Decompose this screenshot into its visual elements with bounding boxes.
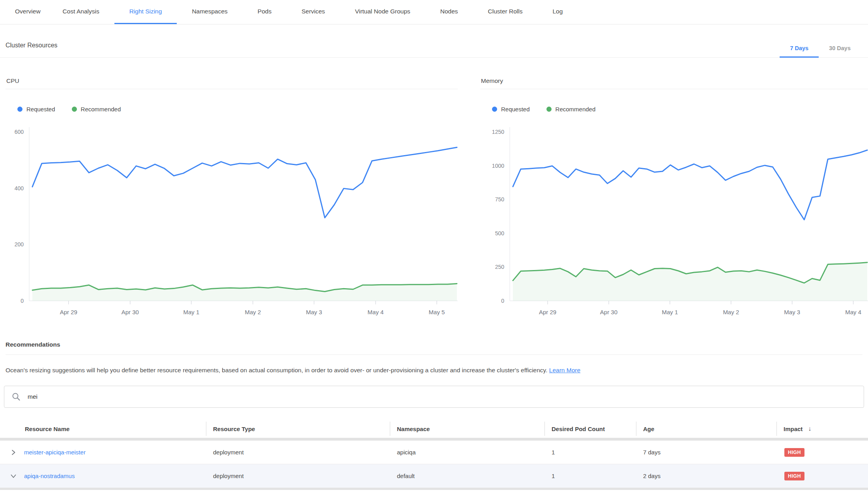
impact-cell: HIGH bbox=[776, 448, 868, 457]
table-header-divider bbox=[0, 438, 868, 441]
range-tab-30-days[interactable]: 30 Days bbox=[819, 45, 861, 58]
tab-pods[interactable]: Pods bbox=[243, 0, 286, 24]
recommended-legend-dot-icon bbox=[72, 107, 77, 112]
tab-services[interactable]: Services bbox=[286, 0, 340, 24]
table-body: meister-apiciqa-meisterdeploymentapiciqa… bbox=[0, 441, 868, 488]
age-cell: 2 days bbox=[636, 473, 776, 479]
column-header-namespace[interactable]: Namespace bbox=[390, 420, 544, 438]
table-row: meister-apiciqa-meisterdeploymentapiciqa… bbox=[0, 441, 868, 464]
learn-more-link[interactable]: Learn More bbox=[549, 367, 580, 373]
column-header-resource-name[interactable]: Resource Name bbox=[0, 420, 206, 438]
svg-text:May 1: May 1 bbox=[662, 309, 678, 315]
resource-name-link[interactable]: apiqa-nostradamus bbox=[24, 473, 75, 479]
recommendations-table: Resource NameResource TypeNamespaceDesir… bbox=[0, 420, 868, 490]
svg-text:May 1: May 1 bbox=[183, 309, 199, 315]
impact-badge: HIGH bbox=[784, 448, 804, 457]
requested-legend-dot-icon bbox=[492, 107, 497, 112]
tab-namespaces[interactable]: Namespaces bbox=[177, 0, 242, 24]
recommendations-description: Ocean's resizing suggestions will help y… bbox=[6, 367, 862, 374]
chevron-down-icon[interactable] bbox=[9, 472, 17, 480]
svg-text:250: 250 bbox=[495, 264, 505, 270]
memory-chart: 125010007505002500Apr 29Apr 30May 1May 2… bbox=[480, 123, 868, 321]
column-header-impact[interactable]: Impact↓ bbox=[776, 420, 868, 438]
range-toggle: 7 Days30 Days bbox=[780, 45, 861, 57]
legend-item-recommended: Recommended bbox=[546, 106, 596, 113]
svg-text:May 4: May 4 bbox=[845, 309, 861, 315]
memory-chart-legend: RequestedRecommended bbox=[492, 105, 868, 113]
resource-type-cell: deployment bbox=[206, 449, 390, 456]
memory-chart-title: Memory bbox=[480, 58, 868, 89]
tab-bar: OverviewCost AnalysisRight SizingNamespa… bbox=[0, 0, 868, 24]
legend-item-recommended: Recommended bbox=[72, 106, 121, 113]
table-row: apiqa-nostradamusdeploymentdefault12 day… bbox=[0, 464, 868, 488]
svg-text:May 3: May 3 bbox=[306, 309, 322, 315]
tab-cost-analysis[interactable]: Cost Analysis bbox=[52, 0, 114, 24]
svg-text:200: 200 bbox=[15, 241, 24, 248]
svg-text:May 3: May 3 bbox=[784, 309, 800, 315]
requested-legend-dot-icon bbox=[17, 107, 22, 112]
series-requested-line bbox=[32, 147, 457, 218]
svg-text:500: 500 bbox=[495, 230, 505, 236]
resource-name-link[interactable]: meister-apiciqa-meister bbox=[24, 449, 86, 456]
section-title: Cluster Resources bbox=[6, 24, 58, 57]
recommendations-title: Recommendations bbox=[6, 341, 862, 355]
column-label: Age bbox=[643, 426, 654, 432]
column-header-age[interactable]: Age bbox=[636, 420, 776, 438]
tab-right-sizing[interactable]: Right Sizing bbox=[114, 0, 177, 24]
column-header-desired-pod-count[interactable]: Desired Pod Count bbox=[544, 420, 636, 438]
desired-pod-count-cell: 1 bbox=[544, 473, 636, 479]
column-label: Desired Pod Count bbox=[552, 426, 605, 432]
impact-cell: HIGH bbox=[776, 472, 868, 480]
table-bottom-divider bbox=[0, 488, 868, 490]
age-cell: 7 days bbox=[636, 449, 776, 456]
svg-text:Apr 30: Apr 30 bbox=[600, 309, 617, 315]
svg-text:0: 0 bbox=[21, 298, 24, 304]
svg-text:600: 600 bbox=[15, 129, 24, 135]
svg-text:750: 750 bbox=[495, 196, 505, 203]
resource-name-cell: meister-apiciqa-meister bbox=[0, 448, 206, 456]
legend-label: Recommended bbox=[556, 106, 596, 113]
svg-text:Apr 30: Apr 30 bbox=[122, 309, 139, 315]
column-label: Impact bbox=[784, 426, 803, 432]
svg-text:400: 400 bbox=[15, 185, 24, 191]
legend-label: Recommended bbox=[81, 106, 121, 113]
tab-cluster-rolls[interactable]: Cluster Rolls bbox=[473, 0, 538, 24]
resource-type-cell: deployment bbox=[206, 473, 390, 479]
cpu-chart-panel: CPU RequestedRecommended 6004002000Apr 2… bbox=[6, 58, 458, 321]
column-label: Namespace bbox=[397, 426, 430, 432]
cpu-chart-title: CPU bbox=[6, 58, 458, 89]
charts-row: CPU RequestedRecommended 6004002000Apr 2… bbox=[0, 58, 868, 321]
sort-desc-icon[interactable]: ↓ bbox=[808, 425, 811, 432]
cpu-chart: 6004002000Apr 29Apr 30May 1May 2May 3May… bbox=[6, 123, 458, 321]
svg-text:May 2: May 2 bbox=[245, 309, 261, 315]
recommendations-description-text: Ocean's resizing suggestions will help y… bbox=[6, 367, 548, 373]
column-label: Resource Type bbox=[213, 426, 255, 432]
range-tab-7-days[interactable]: 7 Days bbox=[780, 45, 819, 58]
svg-text:Apr 29: Apr 29 bbox=[539, 309, 556, 315]
namespace-cell: default bbox=[390, 473, 544, 479]
svg-text:1000: 1000 bbox=[492, 163, 504, 169]
cpu-chart-legend: RequestedRecommended bbox=[17, 105, 458, 113]
impact-badge: HIGH bbox=[784, 472, 804, 480]
svg-text:0: 0 bbox=[501, 298, 504, 304]
memory-chart-panel: Memory RequestedRecommended 125010007505… bbox=[480, 58, 868, 321]
cluster-resources-header: Cluster Resources 7 Days30 Days bbox=[0, 24, 868, 58]
resource-name-cell: apiqa-nostradamus bbox=[0, 472, 206, 480]
tab-log[interactable]: Log bbox=[537, 0, 578, 24]
column-label: Resource Name bbox=[25, 426, 69, 432]
svg-text:Apr 29: Apr 29 bbox=[60, 309, 77, 315]
search-input[interactable] bbox=[27, 393, 857, 401]
column-header-resource-type[interactable]: Resource Type bbox=[206, 420, 390, 438]
legend-label: Requested bbox=[26, 106, 55, 113]
series-requested-line bbox=[513, 150, 867, 219]
tab-nodes[interactable]: Nodes bbox=[425, 0, 473, 24]
recommended-legend-dot-icon bbox=[546, 107, 552, 112]
tab-virtual-node-groups[interactable]: Virtual Node Groups bbox=[340, 0, 425, 24]
search-box bbox=[4, 386, 864, 408]
table-header-row: Resource NameResource TypeNamespaceDesir… bbox=[0, 420, 868, 438]
svg-text:May 4: May 4 bbox=[368, 309, 384, 315]
chevron-right-icon[interactable] bbox=[9, 448, 17, 456]
tab-overview[interactable]: Overview bbox=[3, 0, 52, 24]
recommendations-section: Recommendations Ocean's resizing suggest… bbox=[6, 341, 862, 374]
legend-item-requested: Requested bbox=[492, 106, 530, 113]
